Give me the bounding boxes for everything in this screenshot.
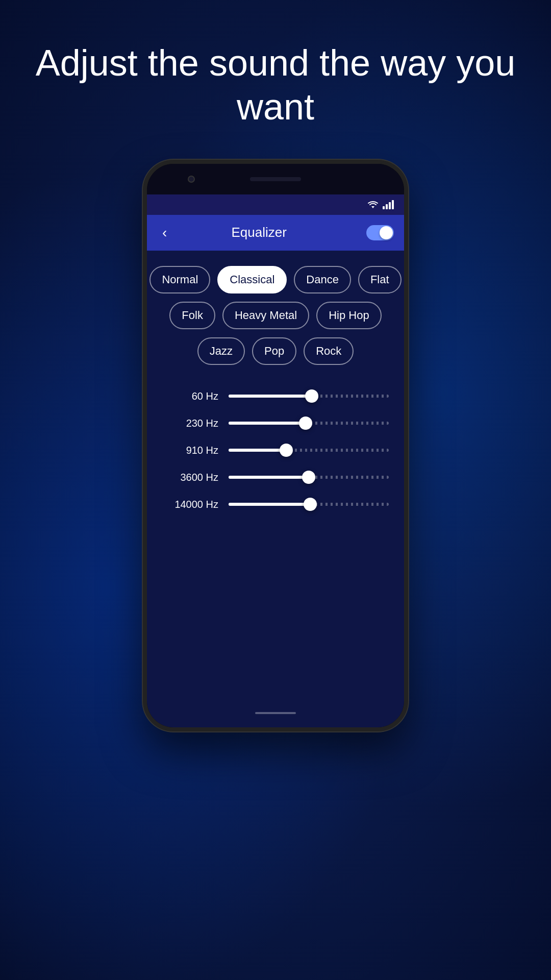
slider-3600hz-label: 3600 Hz bbox=[162, 472, 218, 483]
preset-normal[interactable]: Normal bbox=[149, 266, 210, 293]
wifi-icon bbox=[367, 200, 379, 209]
svg-marker-0 bbox=[371, 206, 374, 208]
preset-buttons-section: Normal Classical Dance Flat Folk Heavy M… bbox=[157, 266, 394, 365]
slider-3600hz: 3600 Hz bbox=[162, 472, 389, 483]
slider-14000hz: 14000 Hz bbox=[162, 499, 389, 510]
preset-classical[interactable]: Classical bbox=[217, 266, 287, 293]
preset-heavy-metal[interactable]: Heavy Metal bbox=[222, 302, 309, 329]
preset-pop[interactable]: Pop bbox=[252, 337, 296, 365]
slider-60hz-label: 60 Hz bbox=[162, 390, 218, 402]
home-indicator bbox=[255, 712, 296, 714]
app-header: ‹ Equalizer bbox=[147, 215, 404, 251]
slider-230hz-thumb[interactable] bbox=[299, 416, 312, 430]
preset-row-3: Jazz Pop Rock bbox=[157, 337, 394, 365]
back-button[interactable]: ‹ bbox=[157, 219, 172, 246]
phone-speaker bbox=[250, 177, 301, 181]
preset-jazz[interactable]: Jazz bbox=[197, 337, 245, 365]
slider-910hz-track[interactable] bbox=[229, 449, 389, 452]
slider-230hz-label: 230 Hz bbox=[162, 418, 218, 429]
slider-60hz-thumb[interactable] bbox=[305, 389, 318, 403]
slider-910hz-thumb[interactable] bbox=[280, 444, 293, 457]
slider-14000hz-track[interactable] bbox=[229, 503, 389, 506]
equalizer-toggle[interactable] bbox=[366, 225, 394, 240]
status-icons bbox=[367, 200, 394, 209]
phone-bottom bbox=[147, 707, 404, 727]
slider-3600hz-thumb[interactable] bbox=[302, 471, 315, 484]
screen-title: Equalizer bbox=[177, 225, 341, 240]
app-content: Normal Classical Dance Flat Folk Heavy M… bbox=[147, 251, 404, 707]
slider-14000hz-thumb[interactable] bbox=[304, 498, 317, 511]
preset-hip-hop[interactable]: Hip Hop bbox=[316, 302, 381, 329]
preset-dance[interactable]: Dance bbox=[294, 266, 351, 293]
preset-row-2: Folk Heavy Metal Hip Hop bbox=[157, 302, 394, 329]
phone-mockup: ‹ Equalizer Normal Classical Dance Flat … bbox=[143, 160, 408, 731]
phone-top bbox=[147, 164, 404, 194]
slider-230hz: 230 Hz bbox=[162, 418, 389, 429]
slider-910hz: 910 Hz bbox=[162, 445, 389, 456]
slider-60hz-track[interactable] bbox=[229, 395, 389, 398]
page-headline: Adjust the sound the way you want bbox=[0, 0, 551, 160]
status-bar bbox=[147, 194, 404, 215]
slider-910hz-label: 910 Hz bbox=[162, 445, 218, 456]
signal-icon bbox=[383, 200, 394, 209]
slider-14000hz-label: 14000 Hz bbox=[162, 499, 218, 510]
preset-rock[interactable]: Rock bbox=[304, 337, 354, 365]
slider-230hz-track[interactable] bbox=[229, 422, 389, 425]
slider-60hz: 60 Hz bbox=[162, 390, 389, 402]
slider-3600hz-track[interactable] bbox=[229, 476, 389, 479]
preset-flat[interactable]: Flat bbox=[358, 266, 402, 293]
equalizer-sliders: 60 Hz 230 Hz 910 Hz bbox=[157, 385, 394, 516]
preset-row-1: Normal Classical Dance Flat bbox=[157, 266, 394, 293]
preset-folk[interactable]: Folk bbox=[169, 302, 215, 329]
front-camera bbox=[188, 176, 195, 183]
